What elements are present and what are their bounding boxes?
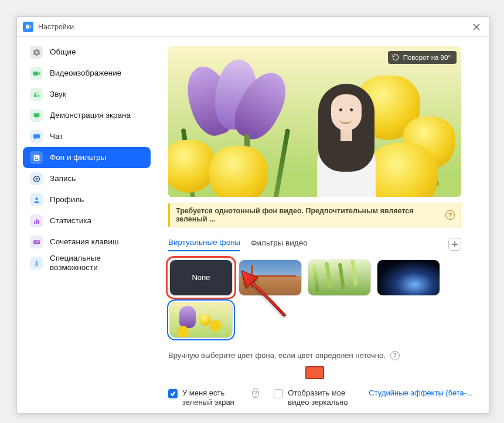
thumb-none-label: None [192, 273, 210, 282]
sidebar-item-label: Специальные возможности [50, 254, 144, 272]
sidebar-item-profile[interactable]: Профиль [23, 189, 151, 210]
svg-rect-0 [33, 155, 39, 161]
sidebar-item-label: Видеоизображение [50, 69, 121, 78]
headphones-icon [30, 88, 43, 101]
window-title: Настройки [38, 23, 74, 31]
thumb-earth[interactable] [377, 260, 440, 296]
video-preview: Поворот на 90° [168, 46, 461, 197]
tabs: Виртуальные фоны Фильтры видео [168, 238, 461, 251]
checkbox-mirror-video[interactable] [274, 389, 283, 398]
svg-point-4 [35, 197, 38, 200]
keyboard-icon [30, 236, 43, 248]
settings-window: Настройки Общие Видеоизображение Звук Де… [16, 16, 490, 414]
sidebar-item-shortcuts[interactable]: Сочетания клавиш [23, 231, 151, 253]
video-icon [30, 67, 43, 80]
tab-virtual-backgrounds[interactable]: Виртуальные фоны [168, 238, 240, 251]
options-row: У меня есть зеленый экран ? Отобразить м… [168, 388, 473, 408]
svg-rect-5 [34, 221, 35, 223]
rotate-label: Поворот на 90° [403, 54, 451, 61]
sidebar-item-label: Профиль [50, 195, 84, 204]
sidebar-item-label: Демонстрация экрана [50, 111, 131, 120]
help-icon[interactable]: ? [252, 388, 258, 398]
sidebar-item-general[interactable]: Общие [23, 42, 151, 63]
zoom-app-icon [23, 22, 33, 32]
close-button[interactable] [469, 20, 483, 34]
plus-icon [451, 241, 458, 248]
sidebar-item-label: Запись [50, 174, 76, 183]
manual-color-hint: Вручную выберите цвет фона, если цвет оп… [168, 351, 478, 360]
sidebar-item-label: Статистика [50, 216, 91, 226]
svg-rect-12 [38, 241, 39, 241]
mirror-label: Отобразить мое видео зеркально [288, 388, 364, 408]
svg-point-14 [36, 260, 37, 261]
gear-icon [30, 46, 43, 59]
svg-rect-7 [38, 220, 39, 223]
sidebar-item-label: Сочетания клавиш [50, 237, 119, 247]
main-panel: Поворот на 90° Требуется однотонный фон … [156, 37, 489, 413]
warning-banner: Требуется однотонный фон видео. Предпочт… [168, 203, 461, 227]
profile-icon [30, 193, 43, 206]
sidebar-item-label: Общие [50, 47, 76, 57]
rotate-icon [391, 53, 400, 62]
svg-rect-6 [36, 219, 37, 224]
svg-point-1 [35, 156, 36, 158]
rotate-90-button[interactable]: Поворот на 90° [388, 51, 457, 64]
chat-icon [30, 130, 43, 143]
svg-rect-13 [35, 243, 38, 243]
help-icon[interactable]: ? [445, 210, 455, 220]
sidebar: Общие Видеоизображение Звук Демонстрация… [17, 37, 156, 413]
add-background-button[interactable] [448, 238, 461, 251]
sidebar-item-share-screen[interactable]: Демонстрация экрана [23, 105, 151, 126]
background-icon [30, 151, 43, 164]
checkbox-green-screen[interactable] [168, 389, 178, 398]
green-screen-label: У меня есть зеленый экран [182, 388, 247, 408]
sidebar-item-label: Фон и фильтры [50, 153, 106, 162]
sidebar-item-statistics[interactable]: Статистика [23, 210, 151, 231]
help-icon[interactable]: ? [390, 351, 400, 360]
thumb-bridge[interactable] [239, 260, 302, 296]
svg-rect-9 [34, 241, 35, 241]
warning-text: Требуется однотонный фон видео. Предпочт… [176, 207, 445, 223]
studio-effects-link[interactable]: Студийные эффекты (бета-... [369, 388, 473, 397]
thumb-none[interactable]: None [169, 260, 233, 296]
thumb-grass[interactable] [308, 260, 371, 296]
tab-video-filters[interactable]: Фильтры видео [251, 238, 307, 251]
background-thumbnails: None [168, 260, 467, 338]
sidebar-item-background-filters[interactable]: Фон и фильтры [23, 147, 151, 168]
titlebar: Настройки [17, 17, 489, 37]
record-icon [30, 172, 43, 185]
sidebar-item-recording[interactable]: Запись [23, 168, 151, 189]
sidebar-item-audio[interactable]: Звук [23, 84, 151, 105]
svg-rect-10 [35, 241, 36, 241]
accessibility-icon [30, 257, 43, 270]
sidebar-item-accessibility[interactable]: Специальные возможности [23, 253, 151, 274]
sidebar-item-video[interactable]: Видеоизображение [23, 63, 151, 84]
sidebar-item-chat[interactable]: Чат [23, 126, 151, 147]
thumb-crocus[interactable] [169, 302, 233, 338]
svg-point-3 [35, 178, 38, 180]
background-color-swatch[interactable] [305, 366, 324, 379]
svg-rect-8 [33, 240, 40, 244]
manual-color-text: Вручную выберите цвет фона, если цвет оп… [168, 351, 386, 360]
svg-rect-11 [37, 241, 38, 241]
share-screen-icon [30, 109, 43, 122]
sidebar-item-label: Звук [50, 90, 66, 99]
sidebar-item-label: Чат [50, 132, 63, 141]
stats-icon [30, 214, 43, 227]
